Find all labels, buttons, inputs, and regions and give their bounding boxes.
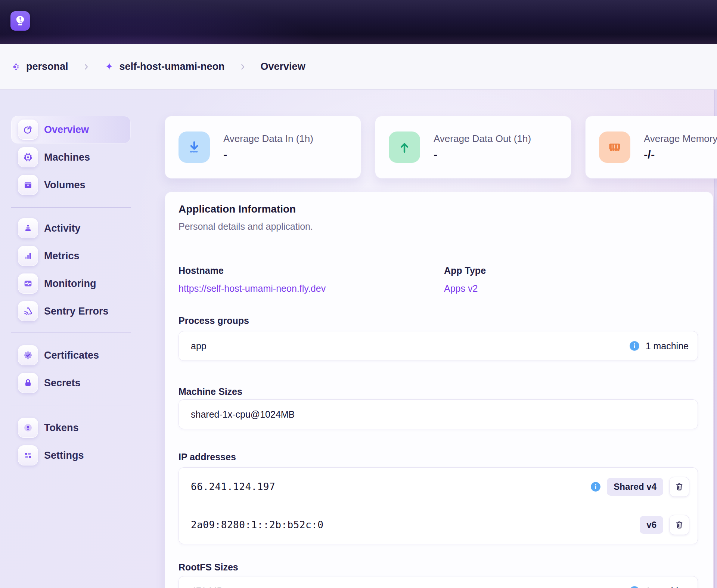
fly-logo[interactable] — [10, 11, 30, 31]
breadcrumb-app-label: self-host-umami-neon — [120, 61, 225, 72]
stat-card-value: - — [223, 148, 313, 161]
sidebar-item-label: Activity — [44, 223, 81, 234]
stat-card-data-in: Average Data In (1h) - — [165, 116, 361, 179]
section-title: Application Information — [179, 203, 296, 215]
sidebar-item-monitoring[interactable]: Monitoring — [11, 270, 131, 297]
certificate-badge-icon — [18, 345, 38, 365]
process-group-name: app — [191, 341, 207, 352]
sidebar-item-secrets[interactable]: Secrets — [11, 369, 131, 397]
org-dots-icon — [11, 62, 21, 72]
sidebar-item-label: Certificates — [44, 350, 99, 361]
ip-address-meta: Shared v4 — [590, 477, 689, 497]
app-type-link[interactable]: Apps v2 — [444, 283, 478, 294]
process-groups-label: Process groups — [179, 315, 249, 326]
stat-card-label: Average Data Out (1h) — [434, 133, 531, 145]
process-group-meta: 1 machine — [629, 341, 689, 352]
sidebar-item-certificates[interactable]: Certificates — [11, 341, 131, 369]
app-type-label: App Type — [444, 265, 486, 276]
sidebar-item-label: Metrics — [44, 250, 80, 262]
stat-card-label: Average Data In (1h) — [223, 133, 313, 145]
delete-ip-button[interactable] — [669, 515, 689, 535]
fly-balloon-icon — [14, 15, 27, 27]
stat-card-text: Average Data In (1h) - — [223, 133, 313, 161]
sidebar-nav: Overview Machines — [11, 116, 131, 469]
breadcrumb-app[interactable]: self-host-umami-neon — [104, 61, 225, 72]
sidebar-item-label: Tokens — [44, 422, 79, 434]
package-icon — [18, 175, 38, 195]
ip-addresses-box: 66.241.124.197 Shared v4 — [179, 467, 698, 544]
stat-card-text: Average Memory -/- — [644, 133, 717, 161]
download-arrow-icon — [179, 131, 210, 163]
machine-count-label: 1 machine — [646, 586, 689, 588]
sidebar-item-volumes[interactable]: Volumes — [11, 171, 131, 199]
stat-card-memory: Average Memory -/- — [585, 116, 717, 179]
toggles-icon — [18, 445, 38, 465]
sidebar-item-label: Machines — [44, 152, 90, 163]
machine-count-label: 1 machine — [646, 341, 689, 352]
sidebar-divider — [11, 207, 131, 208]
memory-ram-icon — [599, 131, 630, 163]
breadcrumb-org-label: personal — [26, 61, 68, 72]
info-circle-icon[interactable] — [629, 586, 640, 588]
machine-sizes-label: Machine Sizes — [179, 386, 242, 397]
hostname-label: Hostname — [179, 265, 224, 276]
rootfs-sizes-label: RootFS Sizes — [179, 562, 238, 573]
ip-address-value: 66.241.124.197 — [191, 481, 275, 492]
sidebar-divider — [11, 405, 131, 405]
rootfs-meta: 1 machine — [629, 586, 689, 588]
info-circle-icon[interactable] — [629, 341, 640, 351]
sidebar-item-label: Settings — [44, 450, 84, 461]
sidebar-item-label: Overview — [44, 124, 89, 136]
hostname-link[interactable]: https://self-host-umami-neon.fly.dev — [179, 283, 326, 294]
sidebar-item-label: Sentry Errors — [44, 306, 109, 317]
section-subtitle: Personal details and application. — [179, 221, 313, 232]
breadcrumb-current-label: Overview — [261, 61, 305, 72]
stat-cards-row: Average Data In (1h) - Average Data Out … — [165, 116, 717, 179]
stat-card-value: -/- — [644, 148, 717, 161]
ip-type-badge: v6 — [640, 516, 663, 534]
stat-card-data-out: Average Data Out (1h) - — [375, 116, 571, 179]
sidebar-item-metrics[interactable]: Metrics — [11, 242, 131, 270]
main-content: Overview Machines — [0, 90, 717, 588]
sidebar-item-label: Volumes — [44, 179, 86, 191]
sidebar-divider — [11, 332, 131, 333]
sidebar-item-tokens[interactable]: Tokens — [11, 414, 131, 442]
sidebar-item-machines[interactable]: Machines — [11, 143, 131, 171]
ip-address-meta: v6 — [640, 515, 689, 535]
bar-chart-icon — [18, 246, 38, 266]
ip-type-badge: Shared v4 — [607, 478, 663, 496]
sidebar-item-activity[interactable]: Activity — [11, 214, 131, 242]
rootfs-size-row: 471 MB 1 machine — [179, 576, 698, 588]
ip-address-row: 66.241.124.197 Shared v4 — [179, 468, 698, 506]
keyhole-icon — [18, 418, 38, 438]
ip-address-value: 2a09:8280:1::2b:b52c:0 — [191, 519, 323, 530]
top-navigation-bar — [0, 0, 717, 44]
sidebar-item-overview[interactable]: Overview — [11, 116, 131, 143]
breadcrumb-current: Overview — [261, 61, 305, 72]
machine-size-row: shared-1x-cpu@1024MB — [179, 399, 698, 429]
sidebar-item-sentry-errors[interactable]: Sentry Errors — [11, 297, 131, 325]
sidebar-item-settings[interactable]: Settings — [11, 442, 131, 469]
stat-card-text: Average Data Out (1h) - — [434, 133, 531, 161]
breadcrumb: personal self-host-umami-neon Overview — [0, 44, 717, 90]
ip-address-row: 2a09:8280:1::2b:b52c:0 v6 — [179, 506, 698, 544]
pie-chart-icon — [18, 120, 38, 140]
stat-card-value: - — [434, 148, 531, 161]
app-root: personal self-host-umami-neon Overview — [0, 0, 717, 588]
sidebar-item-label: Secrets — [44, 377, 81, 389]
rootfs-size-value: 471 MB — [191, 586, 223, 588]
sentry-icon — [18, 301, 38, 321]
machine-size-value: shared-1x-cpu@1024MB — [191, 409, 295, 420]
chevron-right-icon — [238, 62, 247, 71]
upload-arrow-icon — [389, 131, 420, 163]
section-divider — [165, 249, 713, 249]
cpu-chip-icon — [18, 147, 38, 167]
breadcrumb-org[interactable]: personal — [11, 61, 68, 72]
application-information-card: Application Information Personal details… — [165, 192, 713, 588]
delete-ip-button[interactable] — [669, 477, 689, 497]
chevron-right-icon — [82, 62, 91, 71]
ip-addresses-label: IP addresses — [179, 452, 236, 462]
activity-stack-icon — [18, 218, 38, 238]
info-circle-icon[interactable] — [590, 482, 601, 492]
process-group-row: app 1 machine — [179, 331, 698, 361]
